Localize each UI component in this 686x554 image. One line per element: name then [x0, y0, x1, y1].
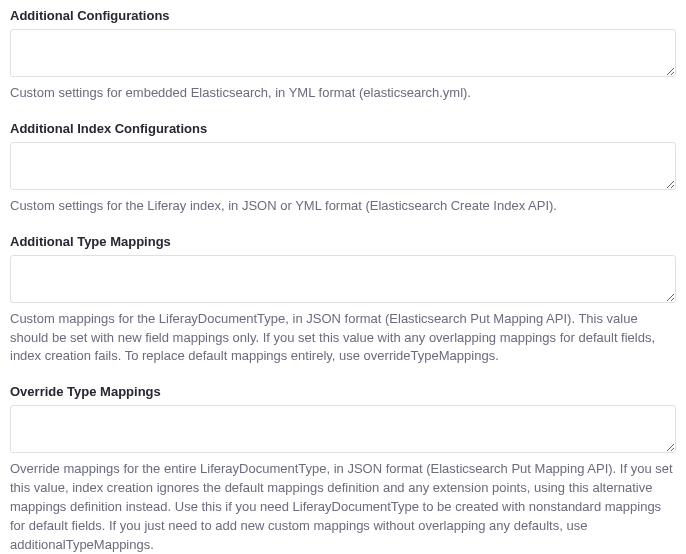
additional-index-configurations-label: Additional Index Configurations: [10, 121, 676, 136]
additional-configurations-label: Additional Configurations: [10, 8, 676, 23]
override-type-mappings-help: Override mappings for the entire Liferay…: [10, 460, 676, 554]
additional-type-mappings-help: Custom mappings for the LiferayDocumentT…: [10, 310, 676, 367]
additional-index-configurations-input[interactable]: [10, 142, 676, 190]
additional-configurations-group: Additional Configurations Custom setting…: [10, 8, 676, 103]
additional-type-mappings-label: Additional Type Mappings: [10, 234, 676, 249]
additional-index-configurations-group: Additional Index Configurations Custom s…: [10, 121, 676, 216]
override-type-mappings-label: Override Type Mappings: [10, 384, 676, 399]
override-type-mappings-group: Override Type Mappings Override mappings…: [10, 384, 676, 554]
additional-type-mappings-group: Additional Type Mappings Custom mappings…: [10, 234, 676, 367]
additional-index-configurations-help: Custom settings for the Liferay index, i…: [10, 197, 676, 216]
additional-configurations-input[interactable]: [10, 29, 676, 77]
additional-configurations-help: Custom settings for embedded Elasticsear…: [10, 84, 676, 103]
additional-type-mappings-input[interactable]: [10, 255, 676, 303]
override-type-mappings-input[interactable]: [10, 405, 676, 453]
